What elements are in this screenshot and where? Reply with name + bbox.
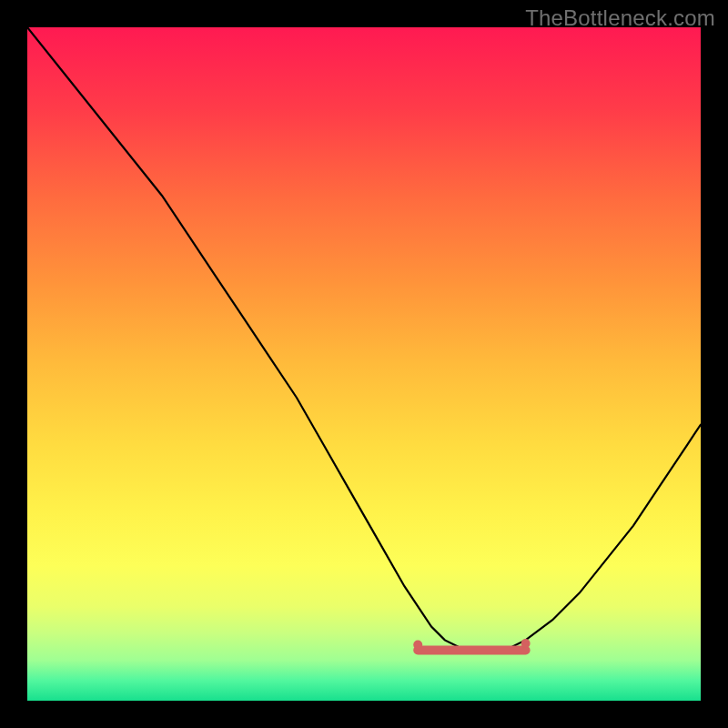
marker-bar-start	[413, 641, 422, 650]
bottleneck-curve	[27, 27, 701, 651]
marker-bar-end	[521, 639, 531, 648]
curve-layer	[27, 27, 701, 701]
chart-frame: TheBottleneck.com	[0, 0, 728, 728]
plot-area	[27, 27, 701, 701]
